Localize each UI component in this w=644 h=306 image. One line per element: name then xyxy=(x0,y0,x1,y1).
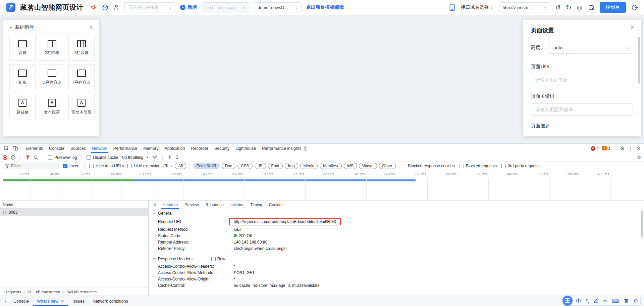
settings-gear-icon[interactable]: ⚙ xyxy=(620,146,625,151)
detail-tab-response[interactable]: Response xyxy=(202,201,227,209)
component-card-9[interactable]: A富文本段落 xyxy=(68,94,95,120)
tab-application[interactable]: Application xyxy=(161,144,188,153)
component-card-1[interactable]: 容器 xyxy=(9,35,36,61)
page-title-input[interactable] xyxy=(531,74,633,86)
drawer-tab-console[interactable]: Console xyxy=(9,296,33,306)
detail-tab-preview[interactable]: Preview xyxy=(181,201,202,209)
record-network-icon[interactable] xyxy=(3,155,7,160)
disable-cache-checkbox[interactable]: Disable cache xyxy=(87,155,118,160)
inspect-element-icon[interactable] xyxy=(2,144,11,153)
device-toolbar-icon[interactable] xyxy=(11,144,19,153)
ime-logo-icon[interactable]: 王 xyxy=(562,296,573,306)
close-detail-icon[interactable]: ✕ xyxy=(150,202,159,208)
general-section-header[interactable]: ▼ General xyxy=(149,209,644,217)
request-row[interactable]: { } 8083 xyxy=(0,209,148,216)
filter-pill-js[interactable]: JS xyxy=(255,163,266,169)
domain-select[interactable]: http://v.jeecm...∨ xyxy=(499,2,550,12)
drawer-tab-what-s-new[interactable]: What's new✕ xyxy=(33,296,68,306)
redo-icon[interactable]: ↻ xyxy=(566,4,571,11)
component-card-8[interactable]: A文本段落 xyxy=(39,94,65,120)
tab-memory[interactable]: Memory xyxy=(140,144,161,153)
page-select[interactable]: demo_newsD...∨ xyxy=(254,2,302,12)
detail-tab-initiator[interactable]: Initiator xyxy=(227,201,247,209)
tab-network[interactable]: Network xyxy=(89,144,110,153)
name-column-header[interactable]: Name xyxy=(0,201,148,209)
search-icon[interactable] xyxy=(34,155,38,160)
component-box-icon[interactable] xyxy=(102,4,108,11)
close-devtools-icon[interactable]: ✕ xyxy=(636,146,641,151)
close-icon[interactable]: ✕ xyxy=(89,25,93,30)
save-icon[interactable] xyxy=(588,4,594,11)
handwriting-pen-icon[interactable] xyxy=(594,298,599,304)
filter-pill-ws[interactable]: WS xyxy=(344,163,357,169)
blocked-response-cookies-checkbox[interactable]: Blocked response cookies xyxy=(402,164,455,168)
import-har-icon[interactable]: ↥ xyxy=(167,155,172,160)
component-card-5[interactable]: ul序列容器 xyxy=(39,64,65,90)
height-select[interactable]: auto∨ xyxy=(549,42,633,54)
component-card-2[interactable]: 2栏容器 xyxy=(39,35,65,61)
tab-sources[interactable]: Sources xyxy=(67,144,89,153)
component-card-7[interactable]: A超链接 xyxy=(9,94,36,120)
warning-badge[interactable]: ! 1 xyxy=(602,146,610,151)
export-har-icon[interactable]: ↧ xyxy=(175,155,179,160)
keyboard-icon[interactable]: ⌨ xyxy=(612,298,619,303)
filter-pill-css[interactable]: CSS xyxy=(237,163,253,169)
skin-shirt-icon[interactable] xyxy=(624,298,629,304)
3rd-party-requests-checkbox[interactable]: 3rd-party requests xyxy=(501,164,540,168)
mobile-preview-icon[interactable] xyxy=(449,4,455,11)
console-button[interactable]: 控制台 xyxy=(600,2,626,13)
detail-tab-headers[interactable]: Headers xyxy=(159,201,181,209)
detail-tab-cookies[interactable]: Cookies xyxy=(266,201,287,209)
settings-scrollbar[interactable] xyxy=(638,37,640,84)
filter-pill-font[interactable]: Font xyxy=(268,163,283,169)
filter-pill-media[interactable]: Media xyxy=(300,163,318,169)
tab-performance-insights[interactable]: Performance insights xyxy=(259,144,310,153)
tab-console[interactable]: Console xyxy=(46,144,67,153)
filter-pill-fetch-xhr[interactable]: Fetch/XHR xyxy=(193,163,220,169)
detail-scrollbar[interactable] xyxy=(641,211,643,237)
component-card-3[interactable]: 3栏容器 xyxy=(68,35,95,61)
filter-pill-doc[interactable]: Doc xyxy=(222,163,235,169)
network-settings-gear-icon[interactable]: ⚙ xyxy=(637,155,641,160)
invert-checkbox[interactable]: ✓ Invert xyxy=(63,164,79,168)
announcement-megaphone-icon[interactable] xyxy=(90,4,97,11)
tab-performance[interactable]: Performance xyxy=(110,144,141,153)
hide-data-urls-checkbox[interactable]: Hide data URLs xyxy=(89,164,124,168)
tab-security[interactable]: Security xyxy=(211,144,232,153)
component-card-6[interactable]: li序列容器 xyxy=(68,64,95,90)
network-overview[interactable]: 20 ms40 ms60 ms80 ms100 ms120 ms140 ms16… xyxy=(0,170,644,201)
clear-network-icon[interactable] xyxy=(11,155,16,160)
close-tab-icon[interactable]: ✕ xyxy=(61,299,64,304)
add-button[interactable]: + 新增 xyxy=(180,4,197,10)
drawer-tab-network-conditions[interactable]: Network conditions xyxy=(89,296,132,306)
filter-input[interactable] xyxy=(11,164,51,168)
preserve-log-checkbox[interactable]: Preserve log xyxy=(48,155,77,160)
tab-recorder[interactable]: Recorder xyxy=(188,144,211,153)
collapse-caret-icon[interactable]: ▼ xyxy=(9,26,12,29)
user-icon[interactable] xyxy=(113,4,120,11)
hide-extension-urls-checkbox[interactable]: Hide extension URLs xyxy=(127,164,172,168)
response-headers-section-header[interactable]: ▼ Response Headers Raw xyxy=(149,255,644,263)
tab-elements[interactable]: Elements xyxy=(22,144,46,153)
close-icon[interactable]: ✕ xyxy=(630,25,635,30)
drawer-menu-icon[interactable]: ⋮ xyxy=(1,296,9,306)
filter-pill-wasm[interactable]: Wasm xyxy=(359,163,377,169)
tab-lighthouse[interactable]: Lighthouse xyxy=(232,144,259,153)
component-card-4[interactable]: 矩形 xyxy=(9,64,36,90)
ime-settings-gear-icon[interactable]: ⚙ xyxy=(634,298,638,303)
throttling-select[interactable]: No throttling ▼ xyxy=(122,155,149,160)
filter-pill-img[interactable]: Img xyxy=(285,163,298,169)
filter-input-box[interactable] xyxy=(3,163,60,169)
blocked-requests-checkbox[interactable]: Blocked requests xyxy=(460,164,497,168)
error-badge[interactable]: ✕ 4 xyxy=(591,146,599,151)
more-menu-icon[interactable]: ⋮ xyxy=(628,146,633,151)
exit-template-edit-link[interactable]: 退出项目模板编辑 xyxy=(306,4,344,10)
network-conditions-icon[interactable] xyxy=(152,155,158,160)
public-template-select[interactable]: 请选择公共模板∨ xyxy=(124,2,175,12)
filter-pill-other[interactable]: Other xyxy=(379,163,396,169)
scissors-icon[interactable]: ✂ xyxy=(603,298,607,303)
project-select[interactable]: ceshi_cccccccc∨ xyxy=(202,2,249,12)
raw-headers-checkbox[interactable]: Raw xyxy=(211,257,225,261)
exit-icon[interactable] xyxy=(631,4,638,11)
punctuation-icon[interactable]: °, xyxy=(586,298,589,303)
